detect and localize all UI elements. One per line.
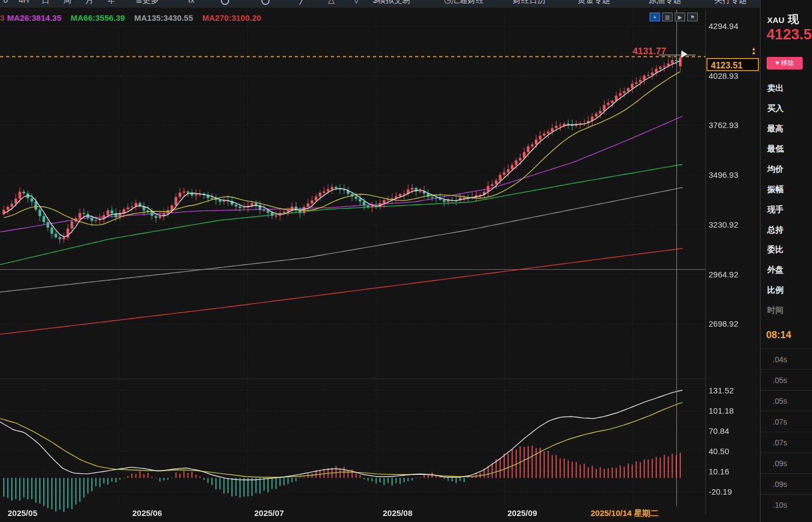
toolbar-item-4[interactable]: 月 [85,0,94,8]
symbol-name: 现 [788,13,799,25]
toolbar-item-14[interactable]: 黄金专题 [577,0,610,8]
quote-field-high: 最高 [767,118,784,138]
remove-favorite-button[interactable]: ♥ 移除 [767,57,803,69]
zoom-in-icon[interactable] [221,0,229,5]
toolbar-item-16[interactable]: 央行专题 [714,0,747,8]
time-value: 08:14 [766,329,791,341]
top-toolbar: 04H日周月年≣更多fx╱△▽$模拟交易◷汇通财经财经日历黄金专题原油专题央行专… [0,0,812,8]
tick-time: .09s [761,473,812,494]
symbol-code: XAU [767,15,785,25]
tick-time: .10s [761,494,812,515]
quote-field-ratio: 比例 [767,280,784,300]
price-chart-canvas[interactable] [0,0,812,522]
tick-time: .04s [761,349,812,369]
toolbar-item-7[interactable]: fx [188,0,195,8]
quote-field-waipan: 外盘 [767,259,784,280]
quote-field-list: 卖出 买入 最高 最低 均价 振幅 现手 总持 [767,78,784,240]
toolbar-item-2[interactable]: 日 [42,0,50,8]
toolbar-item-10[interactable]: ▽ [353,0,360,8]
tick-time: .05s [761,390,812,411]
tick-time: .05s [761,369,812,390]
quote-field-avg: 均价 [767,159,784,179]
toolbar-item-5[interactable]: 年 [107,0,115,8]
toolbar-item-3[interactable]: 周 [63,0,72,8]
quote-field-sell: 卖出 [767,78,784,98]
quote-field-amplitude: 振幅 [767,179,784,199]
toolbar-item-0[interactable]: 0 [3,0,8,8]
tick-time: .07s [761,411,812,432]
toolbar-item-6[interactable]: ≣更多 [136,0,159,8]
quote-sidebar: XAU现 4123.5 ♥ 移除 卖出 买入 最高 最低 均价 振幅 现手 总持… [760,0,812,522]
toolbar-item-11[interactable]: $模拟交易 [373,0,410,8]
tick-time-list: .04s .05s .05s .07s .07s .09s .09s .10s [761,349,812,515]
ratio-field-list: 委比 外盘 比例 [767,239,784,300]
tick-time: .09s [761,453,812,473]
toolbar-item-8[interactable]: ╱ [300,0,305,8]
zoom-out-icon[interactable] [261,0,270,5]
quote-field-volume: 现手 [767,199,784,219]
toolbar-item-15[interactable]: 原油专题 [649,0,681,8]
tick-time: .07s [761,432,812,453]
last-price: 4123.5 [767,26,812,43]
time-label: 时间 [767,305,784,316]
quote-field-low: 最低 [767,138,784,159]
trading-app: { "toolbar": { "items": [ {"label":"0","… [0,0,812,522]
quote-field-buy: 买入 [767,98,784,118]
symbol-title: XAU现 [767,12,799,27]
toolbar-item-13[interactable]: 财经日历 [513,0,546,8]
quote-field-weibi: 委比 [767,239,784,259]
toolbar-item-1[interactable]: 4H [19,0,29,8]
quote-field-openinterest: 总持 [767,219,784,240]
toolbar-item-12[interactable]: ◷汇通财经 [444,0,484,8]
toolbar-item-9[interactable]: △ [328,0,335,8]
